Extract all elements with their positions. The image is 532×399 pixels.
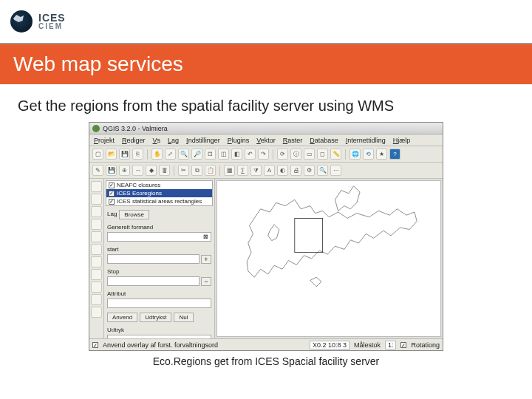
caption: Eco.Regions get from ICES Spacial facili…	[0, 351, 532, 373]
deselect-button[interactable]: ◻	[317, 149, 328, 160]
add-raster-button[interactable]	[91, 194, 102, 205]
add-virtual-button[interactable]	[91, 282, 102, 293]
copy-button[interactable]: ⧉	[191, 165, 202, 176]
stop-input[interactable]	[107, 276, 200, 286]
calc-button[interactable]: ∑	[237, 165, 248, 176]
layer-checkbox[interactable]	[109, 199, 115, 205]
save-as-button[interactable]: ⎘	[132, 149, 143, 160]
table-button[interactable]: ▦	[224, 165, 235, 176]
menu-bar[interactable]: Projekt Rediger Vs Lag Indstillinger Plu…	[89, 134, 443, 146]
cut-button[interactable]: ✂	[178, 165, 189, 176]
anvend-button[interactable]: Anvend	[107, 313, 137, 322]
misc-button[interactable]: ⋯	[330, 165, 341, 176]
select-button[interactable]: ▭	[304, 149, 315, 160]
help-button[interactable]: ?	[389, 149, 400, 160]
add-feature-button[interactable]: ⊕	[119, 165, 130, 176]
print-button[interactable]: 🖨	[290, 165, 301, 176]
pan-button[interactable]: ✋	[151, 149, 163, 160]
menu-item[interactable]: Projekt	[94, 137, 115, 144]
add-wms-button[interactable]	[91, 219, 102, 230]
zoom-last-button[interactable]: ↶	[245, 149, 256, 160]
attribut-label: Attribut	[107, 290, 211, 297]
add-postgis-button[interactable]	[91, 206, 102, 217]
status-checkbox[interactable]	[92, 342, 98, 348]
filter-button[interactable]: ⧩	[250, 165, 262, 176]
menu-item[interactable]: Database	[310, 137, 338, 144]
edit-save-button[interactable]: 💾	[106, 165, 117, 176]
browse-button[interactable]: Browse	[119, 210, 149, 219]
coords-readout: X0.2 10:8 3	[310, 341, 349, 349]
identify-button[interactable]: ⓘ	[290, 149, 301, 160]
menu-item[interactable]: Lag	[168, 137, 179, 144]
start-stepper-inc[interactable]: +	[201, 255, 211, 264]
processing-button[interactable]: ⚙	[304, 165, 315, 176]
slide-title: Web map services	[13, 52, 183, 76]
ices-logo: ICES CIEM	[10, 10, 66, 33]
zoom-out-button[interactable]: 🔎	[191, 149, 202, 160]
zoom-layer-button[interactable]: ◫	[218, 149, 229, 160]
search-button[interactable]: 🔍	[317, 165, 328, 176]
attribut-input[interactable]	[107, 299, 211, 308]
new-shapefile-button[interactable]	[91, 294, 102, 305]
new-memory-button[interactable]	[91, 307, 102, 318]
menu-item[interactable]: Vektor	[256, 137, 276, 144]
paste-button[interactable]: 📋	[205, 165, 216, 176]
layer-row[interactable]: ICES statistical areas rectangles	[106, 197, 212, 205]
bookmark-button[interactable]: ★	[376, 149, 387, 160]
window-titlebar: QGIS 3.2.0 - Valmiera	[89, 123, 443, 134]
layer-label: ICES statistical areas rectangles	[117, 198, 202, 205]
add-vector-button[interactable]	[91, 181, 102, 192]
layer-row[interactable]: ICES Ecoregions	[106, 189, 212, 197]
layers-panel[interactable]: NEAFC closures ICES Ecoregions ICES stat…	[106, 180, 213, 206]
menu-item[interactable]: Rediger	[122, 137, 146, 144]
layer-row[interactable]: NEAFC closures	[106, 181, 212, 189]
map-canvas[interactable]	[216, 180, 441, 337]
edit-button[interactable]: ✎	[92, 165, 103, 176]
label-button[interactable]: A	[264, 165, 275, 176]
render-checkbox[interactable]	[400, 342, 406, 348]
logo-text-1: ICES	[38, 13, 66, 23]
save-button[interactable]: 💾	[119, 149, 130, 160]
refresh-button[interactable]: ⟳	[277, 149, 288, 160]
menu-item[interactable]: Hjælp	[393, 137, 411, 144]
delete-button[interactable]: 🗑	[159, 165, 170, 176]
globe-button[interactable]: 🌐	[349, 149, 361, 160]
udtrykst-button[interactable]: Udtrykst	[140, 313, 171, 322]
pan-selection-button[interactable]: ⤢	[165, 149, 176, 160]
rotation-label: Rotationg	[411, 341, 440, 349]
layer-checkbox[interactable]	[109, 183, 115, 188]
status-bar: Anvend overlay af forst. forvaltningsord…	[89, 338, 443, 350]
stop-stepper-inc[interactable]: −	[201, 277, 211, 286]
menu-item[interactable]: Plugins	[228, 137, 250, 144]
zoom-in-button[interactable]: 🔍	[178, 149, 189, 160]
open-button[interactable]: 📂	[106, 149, 117, 160]
scale-value[interactable]: 1:	[385, 341, 397, 349]
add-spatialite-button[interactable]	[91, 256, 102, 267]
menu-item[interactable]: Internettidling	[346, 137, 386, 144]
zoom-next-button[interactable]: ↷	[258, 149, 269, 160]
move-feature-button[interactable]: ↔	[132, 165, 143, 176]
general-input[interactable]: ⊠	[107, 232, 211, 242]
menu-item[interactable]: Vs	[153, 137, 161, 144]
layer-label: NEAFC closures	[117, 182, 160, 188]
measure-button[interactable]: 📏	[330, 149, 341, 160]
add-wfs-button[interactable]	[91, 231, 102, 242]
nul-button[interactable]: Nul	[174, 313, 193, 322]
slide-title-bar: Web map services	[0, 44, 532, 84]
add-csv-button[interactable]	[91, 244, 102, 255]
zoom-full-button[interactable]: ⊡	[205, 149, 216, 160]
node-tool-button[interactable]: ◆	[146, 165, 157, 176]
slide-header: ICES CIEM	[0, 0, 532, 44]
add-oracle-button[interactable]	[91, 269, 102, 280]
menu-item[interactable]: Raster	[283, 137, 303, 144]
svg-rect-0	[295, 218, 323, 252]
layer-checkbox[interactable]	[109, 191, 115, 197]
menu-item[interactable]: Indstillinger	[186, 137, 220, 144]
toolbar-row-1: ▢ 📂 💾 ⎘ ✋ ⤢ 🔍 🔎 ⊡ ◫ ◧ ↶ ↷ ⟳ ⓘ ▭ ◻ 📏 🌐 ⟲ …	[89, 146, 443, 163]
start-input[interactable]	[107, 254, 200, 264]
new-project-button[interactable]: ▢	[92, 149, 103, 160]
style-button[interactable]: ◐	[277, 165, 288, 176]
zoom-selection-button[interactable]: ◧	[231, 149, 242, 160]
udtryk-label: Udtryk	[107, 327, 211, 333]
refresh-remote-button[interactable]: ⟲	[363, 149, 374, 160]
